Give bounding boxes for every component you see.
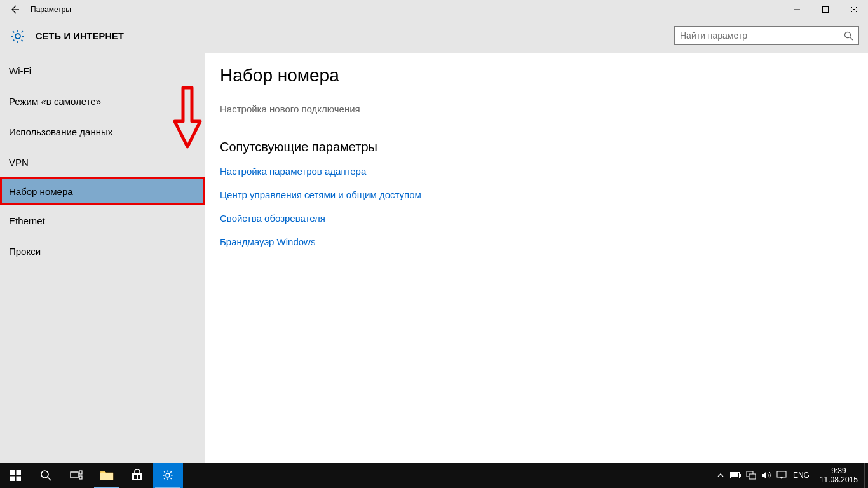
svg-rect-0 bbox=[822, 7, 828, 13]
tray-time: 9:39 bbox=[820, 466, 858, 475]
sidebar-item-wifi[interactable]: Wi-Fi bbox=[0, 55, 205, 86]
tray-battery[interactable] bbox=[728, 463, 743, 488]
search-box[interactable] bbox=[674, 26, 859, 45]
svg-rect-11 bbox=[132, 473, 142, 480]
link-internet-options[interactable]: Свойства обозревателя bbox=[220, 213, 868, 224]
sidebar-item-data-usage[interactable]: Использование данных bbox=[0, 116, 205, 147]
store-icon bbox=[131, 469, 144, 482]
arrow-left-icon bbox=[10, 4, 20, 15]
body: Wi-Fi Режим «в самолете» Использование д… bbox=[0, 53, 868, 463]
link-windows-firewall[interactable]: Брандмауэр Windows bbox=[220, 236, 868, 247]
minimize-button[interactable] bbox=[782, 0, 811, 19]
settings-gear-icon[interactable] bbox=[9, 27, 27, 45]
search-icon bbox=[40, 470, 51, 481]
sidebar-item-ethernet[interactable]: Ethernet bbox=[0, 205, 205, 236]
window-title: Параметры bbox=[31, 5, 71, 14]
sidebar-item-label: Ethernet bbox=[9, 215, 45, 226]
tray-overflow-button[interactable] bbox=[713, 463, 728, 488]
sidebar-item-label: Использование данных bbox=[9, 126, 112, 137]
header-band: СЕТЬ И ИНТЕРНЕТ bbox=[0, 19, 868, 53]
svg-rect-2 bbox=[10, 470, 15, 475]
taskbar-app-explorer[interactable] bbox=[92, 463, 122, 488]
search-icon-wrap[interactable] bbox=[839, 31, 858, 41]
folder-icon bbox=[100, 470, 114, 481]
start-button[interactable] bbox=[0, 463, 31, 488]
svg-rect-5 bbox=[16, 476, 21, 481]
svg-point-1 bbox=[844, 32, 850, 37]
svg-rect-10 bbox=[100, 473, 113, 480]
related-heading: Сопутсвующие параметры bbox=[220, 140, 868, 154]
sidebar-item-label: Режим «в самолете» bbox=[9, 96, 101, 107]
show-desktop-button[interactable] bbox=[864, 463, 868, 488]
tray-volume[interactable] bbox=[759, 463, 774, 488]
taskbar: ENG 9:39 11.08.2015 bbox=[0, 463, 868, 488]
gear-icon bbox=[162, 470, 173, 481]
sidebar-item-label: VPN bbox=[9, 157, 29, 168]
system-tray: ENG 9:39 11.08.2015 bbox=[713, 463, 868, 488]
svg-rect-15 bbox=[138, 477, 140, 479]
windows-logo-icon bbox=[10, 470, 21, 481]
sidebar-item-proxy[interactable]: Прокси bbox=[0, 236, 205, 266]
sidebar-item-vpn[interactable]: VPN bbox=[0, 147, 205, 177]
sidebar-item-airplane[interactable]: Режим «в самолете» bbox=[0, 86, 205, 116]
svg-rect-18 bbox=[731, 473, 738, 477]
sidebar-item-label: Wi-Fi bbox=[9, 65, 31, 76]
task-view-icon bbox=[70, 470, 83, 480]
svg-point-6 bbox=[41, 471, 48, 478]
sidebar: Wi-Fi Режим «в самолете» Использование д… bbox=[0, 53, 205, 463]
page-title: Набор номера bbox=[220, 65, 868, 86]
new-connection-link[interactable]: Настройка нового подключения bbox=[220, 104, 360, 114]
svg-rect-13 bbox=[138, 475, 140, 477]
link-network-sharing-center[interactable]: Центр управления сетями и общим доступом bbox=[220, 189, 868, 200]
sidebar-item-dialup[interactable]: Набор номера bbox=[0, 177, 205, 205]
settings-window: Параметры СЕТЬ И ИНТЕРНЕТ bbox=[0, 0, 868, 463]
battery-icon bbox=[730, 471, 742, 479]
svg-rect-20 bbox=[749, 474, 756, 479]
sidebar-item-label: Набор номера bbox=[9, 186, 73, 197]
tray-network[interactable] bbox=[743, 463, 759, 488]
svg-rect-21 bbox=[777, 471, 786, 477]
search-icon bbox=[844, 31, 853, 41]
close-icon bbox=[851, 6, 857, 13]
taskbar-app-store[interactable] bbox=[122, 463, 153, 488]
tray-date: 11.08.2015 bbox=[820, 475, 858, 484]
svg-rect-14 bbox=[134, 477, 137, 479]
svg-rect-12 bbox=[134, 475, 137, 477]
back-button[interactable] bbox=[5, 0, 24, 19]
maximize-button[interactable] bbox=[811, 0, 839, 19]
tray-language[interactable]: ENG bbox=[789, 471, 813, 480]
task-view-button[interactable] bbox=[61, 463, 92, 488]
content-pane: Набор номера Настройка нового подключени… bbox=[205, 53, 868, 463]
sidebar-item-label: Прокси bbox=[9, 246, 41, 257]
svg-rect-17 bbox=[740, 474, 741, 477]
minimize-icon bbox=[794, 6, 800, 13]
svg-rect-4 bbox=[10, 476, 15, 481]
maximize-icon bbox=[822, 6, 829, 13]
search-button[interactable] bbox=[31, 463, 61, 488]
search-input[interactable] bbox=[675, 30, 839, 41]
svg-rect-7 bbox=[71, 472, 78, 478]
category-title: СЕТЬ И ИНТЕРНЕТ bbox=[36, 31, 124, 41]
action-center-icon bbox=[776, 471, 787, 480]
window-controls bbox=[782, 0, 868, 19]
taskbar-app-settings[interactable] bbox=[153, 463, 183, 488]
title-bar: Параметры bbox=[0, 0, 868, 19]
chevron-up-icon bbox=[717, 472, 724, 478]
svg-rect-8 bbox=[79, 471, 82, 474]
svg-rect-9 bbox=[79, 476, 82, 479]
gear-icon bbox=[10, 29, 25, 44]
close-button[interactable] bbox=[839, 0, 868, 19]
svg-rect-3 bbox=[16, 470, 21, 475]
network-icon bbox=[746, 471, 756, 480]
tray-clock[interactable]: 9:39 11.08.2015 bbox=[813, 466, 864, 484]
volume-icon bbox=[761, 471, 771, 480]
link-adapter-settings[interactable]: Настройка параметров адаптера bbox=[220, 166, 868, 177]
tray-action-center[interactable] bbox=[774, 463, 789, 488]
